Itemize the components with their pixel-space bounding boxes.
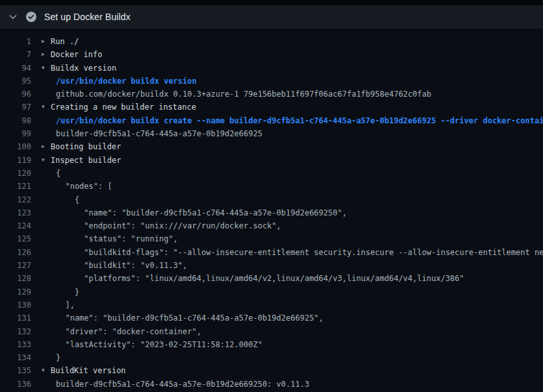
group-collapsed-icon[interactable]: ▶: [42, 48, 51, 61]
output-text: "name": "builder-d9cfb5a1-c764-445a-a57e…: [56, 206, 347, 219]
line-number[interactable]: 7: [0, 48, 31, 61]
line-number[interactable]: 99: [0, 127, 31, 140]
log-line-row: 121 "nodes": [: [0, 180, 543, 193]
step-header[interactable]: Set up Docker Buildx: [0, 5, 543, 29]
log-line-row: 129 }: [0, 286, 543, 299]
line-content: "status": "running",: [31, 232, 178, 245]
log-line-row: 128 "platforms": "linux/amd64,linux/amd6…: [0, 272, 543, 285]
line-number[interactable]: 129: [0, 286, 31, 299]
line-number[interactable]: 98: [0, 114, 31, 127]
group-expanded-icon[interactable]: ▼: [42, 101, 51, 114]
log-line-row: 99builder-d9cfb5a1-c764-445a-a57e-0b19d2…: [0, 127, 543, 140]
line-content: ▼Creating a new builder instance: [31, 101, 196, 114]
group-title: Creating a new builder instance: [51, 101, 196, 114]
output-text: github.com/docker/buildx 0.10.3+azure-1 …: [56, 88, 431, 101]
step-title: Set up Docker Buildx: [44, 12, 131, 22]
log-group-row[interactable]: 135▼BuildKit version: [0, 364, 543, 377]
line-content: "name": "builder-d9cfb5a1-c764-445a-a57e…: [31, 206, 347, 219]
line-number[interactable]: 127: [0, 259, 31, 272]
group-title: Run ./: [51, 35, 79, 48]
line-number[interactable]: 124: [0, 219, 31, 232]
output-text: {: [56, 167, 60, 180]
group-title: Booting builder: [51, 140, 121, 153]
group-expanded-icon[interactable]: ▼: [42, 62, 51, 75]
line-number[interactable]: 126: [0, 246, 31, 259]
log-line-row: 130 ],: [0, 299, 543, 312]
line-number[interactable]: 97: [0, 101, 31, 114]
line-content: }: [31, 351, 60, 364]
line-number[interactable]: 125: [0, 232, 31, 245]
line-number[interactable]: 96: [0, 88, 31, 101]
command-text: /usr/bin/docker buildx version: [56, 75, 197, 88]
log-line-row: 126 "buildkitd-flags": "--allow-insecure…: [0, 246, 543, 259]
group-title: Buildx version: [51, 62, 116, 75]
log-group-row[interactable]: 1▶Run ./: [0, 35, 543, 48]
line-content: ▶Booting builder: [31, 140, 121, 153]
log-line-row: 134}: [0, 351, 543, 364]
line-number[interactable]: 1: [0, 35, 31, 48]
log-line-row: 124 "endpoint": "unix:///var/run/docker.…: [0, 219, 543, 232]
line-number[interactable]: 131: [0, 312, 31, 325]
group-title: BuildKit version: [51, 364, 126, 377]
line-number[interactable]: 135: [0, 364, 31, 377]
line-content: "platforms": "linux/amd64,linux/amd64/v2…: [31, 272, 464, 285]
output-text: builder-d9cfb5a1-c764-445a-a57e-0b19d2e6…: [56, 378, 309, 391]
log-line-row: 98/usr/bin/docker buildx create --name b…: [0, 114, 543, 127]
line-number[interactable]: 122: [0, 193, 31, 206]
line-content: ▶Run ./: [31, 35, 79, 48]
line-number[interactable]: 132: [0, 325, 31, 338]
output-text: "status": "running",: [56, 232, 178, 245]
log-group-row[interactable]: 119▼Inspect builder: [0, 154, 543, 167]
group-expanded-icon[interactable]: ▼: [42, 154, 51, 167]
log-group-row[interactable]: 97▼Creating a new builder instance: [0, 101, 543, 114]
log-line-row: 122 {: [0, 193, 543, 206]
line-content: /usr/bin/docker buildx version: [31, 75, 197, 88]
line-content: ▼Buildx version: [31, 62, 116, 75]
line-number[interactable]: 130: [0, 299, 31, 312]
group-title: Docker info: [51, 48, 102, 61]
output-text: {: [56, 193, 79, 206]
log-line-row: 127 "buildkit": "v0.11.3",: [0, 259, 543, 272]
line-number[interactable]: 100: [0, 140, 31, 153]
group-collapsed-icon[interactable]: ▶: [42, 140, 51, 153]
line-content: "nodes": [: [31, 180, 112, 193]
group-expanded-icon[interactable]: ▼: [42, 364, 51, 377]
line-number[interactable]: 94: [0, 62, 31, 75]
actions-log-viewer: Set up Docker Buildx 1▶Run ./7▶Docker in…: [0, 0, 543, 392]
line-number[interactable]: 119: [0, 154, 31, 167]
log-line-row: 133 "lastActivity": "2023-02-25T11:58:12…: [0, 338, 543, 351]
check-circle-icon: [26, 12, 36, 22]
line-number[interactable]: 123: [0, 206, 31, 219]
line-content: ▶Docker info: [31, 48, 102, 61]
line-content: }: [31, 286, 79, 299]
line-content: ▼BuildKit version: [31, 364, 126, 377]
line-content: {: [31, 193, 79, 206]
log-group-row[interactable]: 100▶Booting builder: [0, 140, 543, 153]
line-content: "buildkitd-flags": "--allow-insecure-ent…: [31, 246, 543, 259]
line-number[interactable]: 133: [0, 338, 31, 351]
group-collapsed-icon[interactable]: ▶: [42, 35, 51, 48]
line-number[interactable]: 120: [0, 167, 31, 180]
line-content: "lastActivity": "2023-02-25T11:58:12.000…: [31, 338, 262, 351]
chevron-down-icon[interactable]: [8, 12, 18, 22]
line-content: "endpoint": "unix:///var/run/docker.sock…: [31, 219, 281, 232]
line-content: /usr/bin/docker buildx create --name bui…: [31, 114, 543, 127]
line-content: builder-d9cfb5a1-c764-445a-a57e-0b19d2e6…: [31, 378, 309, 391]
output-text: "lastActivity": "2023-02-25T11:58:12.000…: [56, 338, 262, 351]
log-body: 1▶Run ./7▶Docker info94▼Buildx version95…: [0, 29, 543, 392]
log-line-row: 123 "name": "builder-d9cfb5a1-c764-445a-…: [0, 206, 543, 219]
line-number[interactable]: 95: [0, 75, 31, 88]
log-line-row: 96github.com/docker/buildx 0.10.3+azure-…: [0, 88, 543, 101]
output-text: "driver": "docker-container",: [56, 325, 201, 338]
log-group-row[interactable]: 94▼Buildx version: [0, 62, 543, 75]
line-number[interactable]: 128: [0, 272, 31, 285]
line-number[interactable]: 134: [0, 351, 31, 364]
output-text: }: [56, 351, 60, 364]
output-text: "buildkitd-flags": "--allow-insecure-ent…: [56, 246, 543, 259]
line-number[interactable]: 136: [0, 378, 31, 391]
line-number[interactable]: 121: [0, 180, 31, 193]
log-group-row[interactable]: 7▶Docker info: [0, 48, 543, 61]
output-text: ],: [56, 299, 75, 312]
output-text: }: [56, 286, 79, 299]
line-content: "name": "builder-d9cfb5a1-c764-445a-a57e…: [31, 312, 323, 325]
